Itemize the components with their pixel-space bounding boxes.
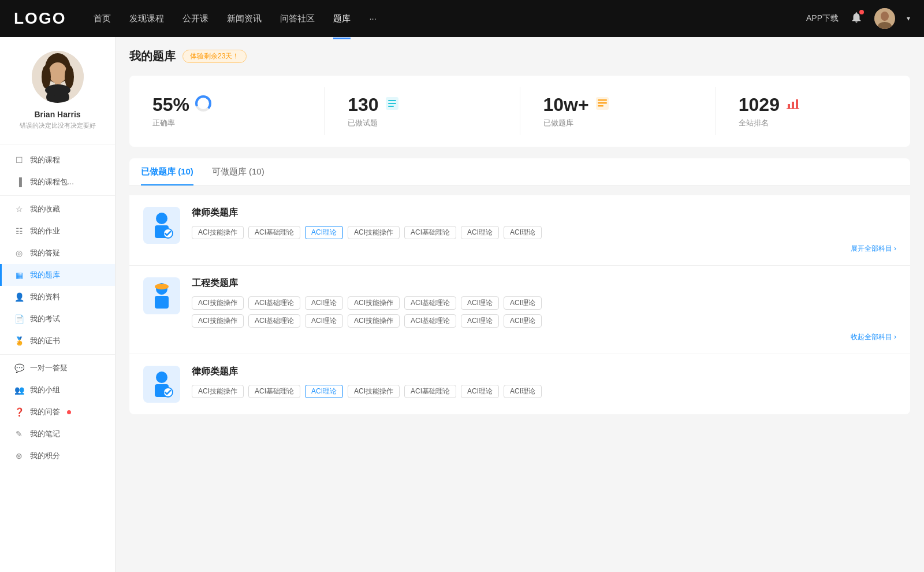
nav-discover[interactable]: 发现课程 bbox=[129, 11, 164, 27]
qbank-tag[interactable]: ACI技能操作 bbox=[192, 385, 244, 398]
nav-home[interactable]: 首页 bbox=[94, 11, 111, 27]
main-content: 我的题库 体验剩余23天！ 55% 正确率 13 bbox=[116, 37, 924, 572]
sidebar-item-profile[interactable]: 👤 我的资料 bbox=[0, 286, 115, 308]
qbank-tag[interactable]: ACI理论 bbox=[305, 296, 343, 310]
qbank-engineer-icon bbox=[143, 277, 180, 314]
tab-available-banks[interactable]: 可做题库 (10) bbox=[212, 158, 264, 185]
sidebar-item-group-label: 我的小组 bbox=[30, 385, 60, 395]
svg-rect-21 bbox=[788, 104, 790, 109]
user-dropdown-arrow[interactable]: ▾ bbox=[907, 14, 910, 23]
qbank-lawyer-2-title: 律师类题库 bbox=[192, 366, 896, 378]
qbank-tag-active[interactable]: ACI理论 bbox=[305, 385, 343, 398]
qbank-tag-active[interactable]: ACI理论 bbox=[305, 226, 343, 239]
points-icon: ⊛ bbox=[14, 451, 24, 460]
sidebar-item-exam[interactable]: 📄 我的考试 bbox=[0, 308, 115, 330]
sidebar-item-homework[interactable]: ☷ 我的作业 bbox=[0, 220, 115, 242]
tab-done-banks[interactable]: 已做题库 (10) bbox=[141, 158, 193, 185]
sidebar-item-my-course[interactable]: ☐ 我的课程 bbox=[0, 149, 115, 171]
nav-qa[interactable]: 问答社区 bbox=[280, 11, 315, 27]
qbank-tag[interactable]: ACI技能操作 bbox=[192, 314, 244, 328]
stats-row: 55% 正确率 130 bbox=[129, 76, 910, 147]
stat-done-questions-label: 已做试题 bbox=[348, 118, 378, 128]
tabs-row: 已做题库 (10) 可做题库 (10) bbox=[129, 158, 910, 186]
sidebar-item-1on1[interactable]: 💬 一对一答疑 bbox=[0, 357, 115, 379]
stat-rank-label: 全站排名 bbox=[739, 118, 769, 128]
qbank-tag[interactable]: ACI理论 bbox=[461, 226, 499, 239]
sidebar-divider-2 bbox=[0, 354, 115, 355]
sidebar-item-points-label: 我的积分 bbox=[30, 451, 60, 461]
exam-icon: 📄 bbox=[14, 314, 24, 324]
qbank-tag[interactable]: ACI基础理论 bbox=[248, 385, 300, 398]
sidebar-divider-1 bbox=[0, 195, 115, 196]
qbank-tag[interactable]: ACI技能操作 bbox=[348, 226, 400, 239]
qbank-tag[interactable]: ACI理论 bbox=[461, 314, 499, 328]
bell-button[interactable] bbox=[850, 11, 863, 26]
homework-icon: ☷ bbox=[14, 226, 24, 236]
qbank-tag[interactable]: ACI基础理论 bbox=[248, 226, 300, 239]
qbank-tag[interactable]: ACI理论 bbox=[461, 385, 499, 398]
svg-rect-22 bbox=[792, 102, 794, 109]
sidebar-item-group[interactable]: 👥 我的小组 bbox=[0, 379, 115, 401]
nav-qbank[interactable]: 题库 bbox=[333, 11, 351, 27]
stat-done-questions-value: 130 bbox=[348, 94, 378, 116]
sidebar-item-qa-label: 我的答疑 bbox=[30, 248, 60, 258]
sidebar-item-my-qa[interactable]: ❓ 我的问答 bbox=[0, 401, 115, 423]
user-avatar[interactable] bbox=[874, 8, 895, 29]
app-download-btn[interactable]: APP下载 bbox=[806, 13, 839, 24]
sidebar-item-course-package[interactable]: ▐ 我的课程包... bbox=[0, 171, 115, 193]
qbank-tag[interactable]: ACI理论 bbox=[504, 385, 542, 398]
qbank-tag[interactable]: ACI基础理论 bbox=[404, 314, 456, 328]
sidebar-item-exam-label: 我的考试 bbox=[30, 314, 60, 324]
trial-badge: 体验剩余23天！ bbox=[182, 50, 247, 63]
svg-rect-15 bbox=[388, 103, 396, 104]
sidebar: Brian Harris 错误的决定比没有决定要好 ☐ 我的课程 ▐ 我的课程包… bbox=[0, 37, 116, 572]
sidebar-profile: Brian Harris 错误的决定比没有决定要好 bbox=[0, 51, 115, 144]
nav-more[interactable]: ··· bbox=[369, 11, 377, 27]
stat-done-questions: 130 已做试题 bbox=[325, 87, 520, 135]
qbank-section: 已做题库 (10) 可做题库 (10) 律师类题库 bbox=[129, 158, 910, 414]
qbank-tag[interactable]: ACI技能操作 bbox=[192, 226, 244, 239]
note-icon bbox=[595, 96, 610, 114]
course-package-icon: ▐ bbox=[14, 177, 24, 187]
nav-news[interactable]: 新闻资讯 bbox=[227, 11, 262, 27]
svg-point-7 bbox=[65, 65, 74, 88]
sidebar-item-my-qa-label: 我的问答 bbox=[30, 407, 60, 417]
qbank-collapse-btn[interactable]: 收起全部科目 › bbox=[192, 332, 896, 342]
sidebar-item-homework-label: 我的作业 bbox=[30, 226, 60, 236]
qbank-tag[interactable]: ACI技能操作 bbox=[348, 314, 400, 328]
qbank-card-engineer: 工程类题库 ACI技能操作 ACI基础理论 ACI理论 ACI技能操作 ACI基… bbox=[129, 266, 910, 354]
qbank-tag[interactable]: ACI基础理论 bbox=[404, 226, 456, 239]
qbank-tag[interactable]: ACI基础理论 bbox=[248, 296, 300, 310]
svg-rect-16 bbox=[388, 106, 394, 107]
sidebar-item-notes[interactable]: ✎ 我的笔记 bbox=[0, 423, 115, 445]
stat-accuracy: 55% 正确率 bbox=[129, 87, 325, 135]
qbank-tag[interactable]: ACI基础理论 bbox=[248, 314, 300, 328]
qbank-tag[interactable]: ACI技能操作 bbox=[348, 296, 400, 310]
sidebar-item-points[interactable]: ⊛ 我的积分 bbox=[0, 445, 115, 467]
qbank-lawyer-icon-1 bbox=[143, 207, 180, 244]
qbank-tag[interactable]: ACI理论 bbox=[504, 314, 542, 328]
sidebar-item-profile-label: 我的资料 bbox=[30, 292, 60, 302]
qbank-expand-btn-1[interactable]: 展开全部科目 › bbox=[192, 244, 896, 254]
qbank-tag[interactable]: ACI基础理论 bbox=[404, 296, 456, 310]
sidebar-item-1on1-label: 一对一答疑 bbox=[30, 363, 68, 373]
nav-open-course[interactable]: 公开课 bbox=[182, 11, 208, 27]
sidebar-item-my-course-label: 我的课程 bbox=[30, 155, 60, 165]
sidebar-user-name: Brian Harris bbox=[9, 110, 106, 119]
qbank-tag[interactable]: ACI理论 bbox=[504, 296, 542, 310]
qbank-tag[interactable]: ACI理论 bbox=[504, 226, 542, 239]
sidebar-item-qa[interactable]: ◎ 我的答疑 bbox=[0, 242, 115, 264]
sidebar-item-cert[interactable]: 🏅 我的证书 bbox=[0, 330, 115, 352]
logo: LOGO bbox=[14, 9, 66, 28]
qbank-lawyer-2-content: 律师类题库 ACI技能操作 ACI基础理论 ACI理论 ACI技能操作 ACI基… bbox=[192, 366, 896, 403]
qbank-tag[interactable]: ACI理论 bbox=[305, 314, 343, 328]
qbank-tag[interactable]: ACI技能操作 bbox=[348, 385, 400, 398]
qbank-tag[interactable]: ACI技能操作 bbox=[192, 296, 244, 310]
svg-rect-19 bbox=[598, 102, 607, 104]
qbank-tag[interactable]: ACI理论 bbox=[461, 296, 499, 310]
qbank-card-lawyer-1: 律师类题库 ACI技能操作 ACI基础理论 ACI理论 ACI技能操作 ACI基… bbox=[129, 195, 910, 266]
sidebar-avatar-image bbox=[32, 51, 84, 103]
sidebar-item-qbank[interactable]: ▦ 我的题库 bbox=[0, 264, 115, 286]
sidebar-item-favorites[interactable]: ☆ 我的收藏 bbox=[0, 198, 115, 220]
qbank-tag[interactable]: ACI基础理论 bbox=[404, 385, 456, 398]
